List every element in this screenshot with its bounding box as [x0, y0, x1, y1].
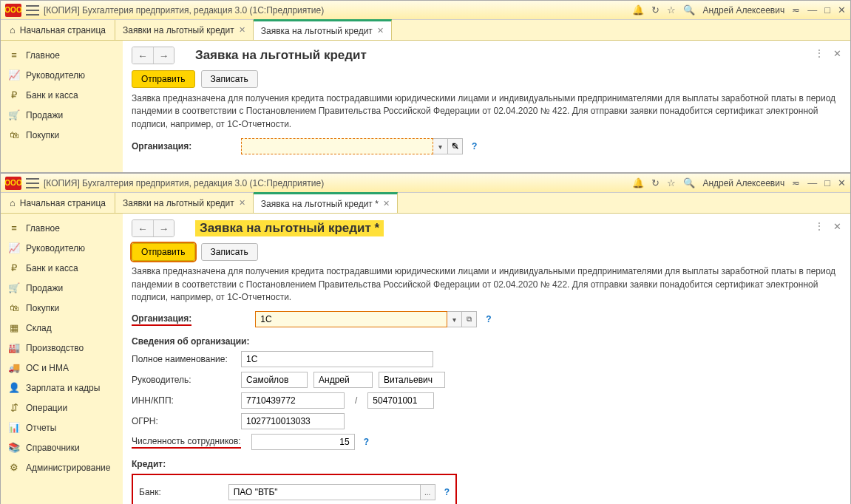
- help-icon[interactable]: ?: [364, 437, 369, 447]
- org-label: Организация:: [132, 313, 191, 326]
- logo-1c: OOO: [5, 4, 21, 17]
- sidebar-item-admin[interactable]: ⚙Администрирование: [1, 457, 123, 477]
- sidebar-item-bank[interactable]: ₽Банк и касса: [1, 85, 123, 105]
- head-firstname-input[interactable]: [313, 372, 373, 388]
- inn-input[interactable]: [241, 392, 345, 409]
- tab-close-icon[interactable]: ✕: [377, 26, 384, 35]
- star-icon[interactable]: ☆: [667, 4, 676, 16]
- tab-close-icon[interactable]: ✕: [239, 25, 245, 35]
- fullname-input[interactable]: [241, 351, 433, 367]
- org-label: Организация:: [132, 141, 235, 151]
- head-middlename-input[interactable]: [379, 372, 445, 388]
- sidebar-item-sales[interactable]: 🛒Продажи: [1, 105, 123, 125]
- org-dropdown-button[interactable]: ▾: [433, 138, 448, 154]
- sidebar-item-reports[interactable]: 📊Отчеты: [1, 418, 123, 437]
- help-icon[interactable]: ?: [472, 141, 477, 151]
- sidebar-item-label: Зарплата и кадры: [26, 383, 100, 393]
- tab-home[interactable]: ⌂ Начальная страница: [1, 20, 115, 40]
- sidebar-item-main[interactable]: ≡Главное: [1, 218, 123, 238]
- org-dropdown-button[interactable]: ▾: [447, 311, 462, 327]
- search-icon[interactable]: 🔍: [683, 4, 695, 16]
- forward-button[interactable]: →: [153, 220, 174, 236]
- sidebar-item-manager[interactable]: 📈Руководителю: [1, 65, 123, 85]
- org-open-button[interactable]: ⧉: [462, 311, 477, 327]
- main-menu-icon[interactable]: [26, 5, 39, 16]
- head-label: Руководитель:: [132, 375, 235, 385]
- staff-input[interactable]: [251, 434, 355, 450]
- kpp-input[interactable]: [367, 392, 434, 409]
- tab-requests[interactable]: Заявки на льготный кредит ✕: [115, 20, 254, 40]
- sidebar-item-main[interactable]: ≡Главное: [1, 45, 123, 65]
- sidebar-item-bank[interactable]: ₽Банк и касса: [1, 258, 123, 278]
- nav-buttons: ← →: [132, 47, 174, 64]
- bank-input[interactable]: [228, 484, 421, 500]
- save-button[interactable]: Записать: [201, 70, 258, 88]
- history-icon[interactable]: ↻: [651, 4, 660, 16]
- bell-icon[interactable]: 🔔: [632, 177, 644, 188]
- username[interactable]: Андрей Алексеевич: [702, 178, 784, 188]
- back-button[interactable]: ←: [132, 220, 153, 236]
- panel-icon[interactable]: ≂: [792, 177, 800, 188]
- username[interactable]: Андрей Алексеевич: [702, 5, 784, 16]
- maximize-icon[interactable]: □: [824, 4, 830, 16]
- sidebar-item-manager[interactable]: 📈Руководителю: [1, 238, 123, 258]
- close-icon[interactable]: ✕: [838, 177, 846, 188]
- close-form-icon[interactable]: ✕: [833, 221, 841, 232]
- toolbar: ← → Заявка на льготный кредит: [132, 47, 841, 64]
- help-icon[interactable]: ?: [486, 314, 491, 324]
- main-menu-icon[interactable]: [26, 178, 39, 188]
- window-title: [КОПИЯ] Бухгалтерия предприятия, редакци…: [44, 178, 628, 188]
- save-button[interactable]: Записать: [201, 243, 258, 261]
- more-icon[interactable]: ⋮: [815, 221, 824, 231]
- sidebar-item-purchases[interactable]: 🛍Покупки: [1, 298, 123, 318]
- sidebar-item-directories[interactable]: 📚Справочники: [1, 437, 123, 457]
- minimize-icon[interactable]: —: [807, 177, 817, 188]
- tab-requests[interactable]: Заявки на льготный кредит ✕: [115, 193, 254, 213]
- credit-box: Банк: ... ? Сумма кредита (руб.): 🗓 С: [132, 474, 457, 504]
- tab-close-icon[interactable]: ✕: [383, 199, 390, 208]
- search-icon[interactable]: 🔍: [683, 177, 695, 188]
- sidebar-item-production[interactable]: 🏭Производство: [1, 338, 123, 358]
- tab-close-icon[interactable]: ✕: [239, 198, 245, 208]
- send-button[interactable]: Отправить: [132, 70, 195, 88]
- org-input[interactable]: [255, 311, 447, 327]
- sidebar-item-label: Продажи: [26, 110, 63, 120]
- sidebar-item-label: Главное: [26, 50, 60, 61]
- sidebar-item-assets[interactable]: 🚚ОС и НМА: [1, 358, 123, 378]
- more-icon[interactable]: ⋮: [815, 48, 824, 58]
- sidebar-item-warehouse[interactable]: ▦Склад: [1, 318, 123, 338]
- send-button[interactable]: Отправить: [132, 243, 195, 261]
- sidebar-item-sales[interactable]: 🛒Продажи: [1, 278, 123, 298]
- help-icon[interactable]: ?: [444, 487, 450, 497]
- ruble-icon: ₽: [8, 262, 20, 273]
- tab-request-active[interactable]: Заявка на льготный кредит * ✕: [254, 192, 398, 213]
- tab-home[interactable]: ⌂ Начальная страница: [1, 193, 115, 213]
- tab-label: Заявки на льготный кредит: [123, 25, 234, 35]
- sidebar-item-operations[interactable]: ⇵Операции: [1, 398, 123, 418]
- sidebar-item-purchases[interactable]: 🛍Покупки: [1, 125, 123, 145]
- bank-input-group: ...: [228, 484, 435, 500]
- close-form-icon[interactable]: ✕: [833, 48, 841, 59]
- sidebar-item-payroll[interactable]: 👤Зарплата и кадры: [1, 378, 123, 398]
- row-organization: Организация: ▾ ⧉ ?: [132, 311, 841, 327]
- tab-request-active[interactable]: Заявка на льготный кредит ✕: [254, 19, 392, 40]
- bank-select-button[interactable]: ...: [421, 484, 435, 500]
- maximize-icon[interactable]: □: [824, 177, 830, 188]
- staff-label: Численность сотрудников:: [132, 436, 241, 449]
- org-input[interactable]: [241, 138, 433, 154]
- panel-icon[interactable]: ≂: [792, 4, 800, 16]
- forward-button[interactable]: →: [153, 47, 174, 64]
- close-icon[interactable]: ✕: [838, 4, 846, 16]
- back-button[interactable]: ←: [132, 47, 153, 64]
- row-head: Руководитель:: [132, 372, 841, 388]
- history-icon[interactable]: ↻: [651, 177, 660, 188]
- bank-label: Банк:: [139, 487, 223, 497]
- ogrn-input[interactable]: [241, 413, 345, 429]
- minimize-icon[interactable]: —: [807, 4, 817, 16]
- bell-icon[interactable]: 🔔: [632, 4, 644, 16]
- star-icon[interactable]: ☆: [667, 177, 676, 188]
- org-open-button[interactable]: ⧉: [448, 138, 463, 154]
- tabbar: ⌂ Начальная страница Заявки на льготный …: [1, 20, 850, 41]
- head-lastname-input[interactable]: [241, 372, 308, 388]
- content: ⋮ ✕ ← → Заявка на льготный кредит * Отпр…: [123, 214, 850, 504]
